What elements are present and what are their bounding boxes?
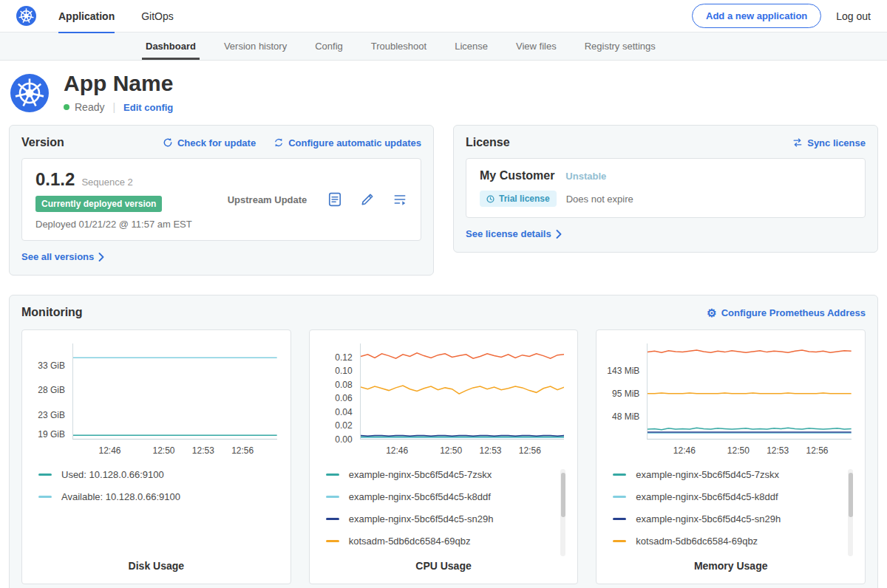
customer-name: My Customer (480, 169, 554, 182)
version-number: 0.1.2 (35, 169, 75, 190)
subnav-config[interactable]: Config (301, 33, 357, 60)
subnav-troubleshoot[interactable]: Troubleshoot (357, 33, 441, 60)
page-title: App Name (64, 71, 173, 95)
x-axis-label: 12:56 (806, 445, 828, 456)
chart-line (648, 428, 852, 430)
monitoring-card: Monitoring ⚙ Configure Prometheus Addres… (9, 295, 878, 588)
subnav-view-files[interactable]: View files (502, 33, 571, 60)
y-axis-label: 0.04 (335, 407, 352, 417)
deploy-logs-icon[interactable] (392, 192, 407, 207)
legend-label: example-nginx-5bc6f5d4c5-7zskx (349, 469, 492, 480)
see-license-details-link[interactable]: See license details (466, 228, 562, 239)
trial-license-label: Trial license (499, 194, 550, 204)
legend-item[interactable]: Used: 10.128.0.66:9100 (38, 469, 268, 480)
legend-item[interactable]: example-nginx-5bc6f5d4c5-k8ddf (613, 491, 843, 502)
legend-color-dash (326, 540, 339, 542)
memory-usage-chart (647, 343, 852, 440)
status-dot (64, 104, 69, 110)
legend-color-dash (326, 474, 339, 476)
edit-config-link[interactable]: Edit config (123, 102, 173, 113)
y-axis-label: 95 MiB (612, 389, 639, 399)
legend-scrollbar[interactable] (560, 469, 565, 556)
legend-scrollbar[interactable] (848, 469, 853, 556)
legend-color-dash (326, 496, 339, 498)
current-version-box: 0.1.2 Sequence 2 Currently deployed vers… (21, 158, 421, 241)
logout-link[interactable]: Log out (836, 10, 871, 22)
legend-label: kotsadm-5db6dc6584-69qbz (349, 536, 471, 547)
memory-usage-title: Memory Usage (607, 547, 854, 579)
legend-item[interactable]: kotsadm-5db6dc6584-69qbz (326, 536, 556, 547)
y-axis-label: 48 MiB (612, 411, 639, 422)
legend-label: example-nginx-5bc6f5d4c5-sn29h (349, 513, 494, 524)
cpu-usage-chart (360, 343, 565, 440)
add-new-application-button[interactable]: Add a new application (692, 4, 821, 28)
channel-name: Unstable (565, 171, 606, 182)
see-all-versions-link[interactable]: See all versions (21, 251, 104, 262)
disk-x-axis: 12:4612:5012:5312:56 (72, 440, 280, 457)
edit-config-icon[interactable] (360, 192, 375, 207)
legend-item[interactable]: kotsadm-5db6dc6584-69qbz (613, 536, 843, 547)
version-card-title: Version (21, 136, 64, 149)
subnav-version-history[interactable]: Version history (210, 33, 301, 60)
subnav-license[interactable]: License (441, 33, 502, 60)
legend-item[interactable]: example-nginx-5bc6f5d4c5-7zskx (613, 469, 843, 480)
sync-license-link[interactable]: Sync license (792, 137, 866, 148)
y-axis-label: 23 GiB (38, 410, 65, 420)
license-card-title: License (466, 136, 510, 149)
chevron-right-icon (98, 253, 104, 261)
legend-item[interactable]: Available: 10.128.0.66:9100 (38, 491, 268, 502)
legend-item[interactable]: example-nginx-5bc6f5d4c5-sn29h (613, 513, 843, 524)
disk-y-axis: 33 GiB28 GiB23 GiB19 GiB (33, 343, 72, 440)
legend-label: Used: 10.128.0.66:9100 (61, 469, 164, 480)
scrollbar-thumb[interactable] (849, 473, 853, 517)
memory-x-axis: 12:4612:5012:5312:56 (647, 440, 854, 457)
license-expiry-text: Does not expire (566, 194, 633, 205)
chart-line (648, 350, 852, 352)
tab-gitops[interactable]: GitOps (141, 0, 174, 33)
license-card: License Sync license My Customer Unstabl… (453, 125, 878, 253)
scrollbar-thumb[interactable] (561, 473, 565, 517)
legend-color-dash (38, 474, 52, 476)
subnav-dashboard[interactable]: Dashboard (132, 33, 210, 60)
deployed-timestamp: Deployed 01/21/22 @ 11:57 am EST (35, 219, 192, 230)
legend-item[interactable]: example-nginx-5bc6f5d4c5-k8ddf (326, 491, 556, 502)
legend-color-dash (613, 496, 626, 498)
y-axis-label: 0.02 (335, 420, 352, 431)
x-axis-label: 12:56 (519, 445, 541, 456)
see-all-versions-label: See all versions (21, 251, 94, 262)
sync-icon (792, 137, 803, 148)
legend-item[interactable]: example-nginx-5bc6f5d4c5-sn29h (326, 513, 556, 524)
legend-label: example-nginx-5bc6f5d4c5-k8ddf (636, 491, 778, 502)
y-axis-label: 143 MiB (607, 366, 639, 376)
top-navbar: Application GitOps Add a new application… (0, 0, 887, 33)
chart-line (648, 393, 852, 394)
configure-prometheus-link[interactable]: ⚙ Configure Prometheus Address (707, 307, 866, 318)
legend-label: kotsadm-5db6dc6584-69qbz (636, 536, 758, 547)
legend-label: example-nginx-5bc6f5d4c5-sn29h (636, 513, 781, 524)
version-sequence: Sequence 2 (81, 177, 132, 188)
legend-label: example-nginx-5bc6f5d4c5-7zskx (636, 469, 779, 480)
check-for-update-link[interactable]: Check for update (163, 137, 256, 148)
deployed-version-badge: Currently deployed version (35, 196, 162, 212)
cpu-y-axis: 0.120.100.080.060.040.020.00 (320, 343, 360, 440)
legend-label: Available: 10.128.0.66:9100 (61, 491, 180, 502)
y-axis-label: 28 GiB (38, 385, 65, 395)
x-axis-label: 12:50 (727, 445, 750, 456)
disk-usage-title: Disk Usage (33, 547, 280, 579)
disk-usage-chart (72, 343, 277, 440)
y-axis-label: 0.10 (335, 366, 352, 376)
y-axis-label: 0.00 (335, 434, 352, 445)
tab-application[interactable]: Application (58, 0, 115, 33)
monitoring-title: Monitoring (21, 306, 83, 319)
x-axis-label: 12:56 (231, 445, 254, 456)
legend-item[interactable]: example-nginx-5bc6f5d4c5-7zskx (326, 469, 556, 480)
see-license-details-label: See license details (466, 228, 551, 239)
release-notes-icon[interactable] (327, 192, 342, 207)
chart-line (361, 435, 565, 436)
subnav-registry-settings[interactable]: Registry settings (571, 33, 670, 60)
sync-license-label: Sync license (807, 137, 866, 148)
upstream-update-label: Upstream Update (228, 194, 307, 205)
configure-automatic-updates-link[interactable]: Configure automatic updates (273, 137, 421, 148)
cpu-legend: example-nginx-5bc6f5d4c5-7zskxexample-ng… (326, 469, 568, 547)
cpu-x-axis: 12:4612:5012:5312:56 (360, 440, 568, 457)
